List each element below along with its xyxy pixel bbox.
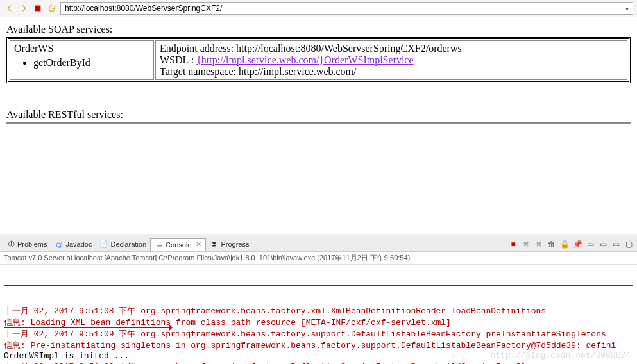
- url-text: http://localhost:8080/WebServserSpringCX…: [65, 4, 222, 13]
- browser-toolbar: http://localhost:8080/WebServserSpringCX…: [0, 0, 637, 17]
- tab-progress[interactable]: ⧗ Progress: [206, 238, 253, 250]
- target-ns-row: Target namespace: http://impl.service.we…: [160, 66, 623, 78]
- console-top-divider: [4, 285, 633, 286]
- console-header: Tomcat v7.0 Server at localhost [Apache …: [0, 252, 637, 265]
- endpoint-value: http://localhost:8080/WebServserSpringCX…: [236, 43, 462, 54]
- tab-problems[interactable]: 🛈 Problems: [3, 238, 51, 250]
- console-line: 十一月 02, 2017 9:51:08 下午 org.springframew…: [4, 305, 633, 317]
- console-icon: ▭: [155, 240, 164, 249]
- stop-button[interactable]: [32, 3, 44, 14]
- console-line: 信息: Pre-instantiating singletons in org.…: [4, 340, 633, 351]
- tab-declaration-label: Declaration: [110, 240, 146, 248]
- bottom-panel: 🛈 Problems @ Javadoc 📄 Declaration ▭ Con…: [0, 236, 637, 364]
- clear-console-button[interactable]: 🗑: [546, 238, 557, 250]
- tab-javadoc-label: Javadoc: [65, 240, 92, 248]
- progress-icon: ⧗: [210, 240, 219, 249]
- console-line: 十一月 02, 2017 9:51:09 下午 apache.cxf.servi…: [4, 361, 633, 364]
- minimize-button[interactable]: ▭: [610, 238, 622, 250]
- javadoc-icon: @: [55, 240, 64, 249]
- views-tab-bar: 🛈 Problems @ Javadoc 📄 Declaration ▭ Con…: [0, 236, 637, 252]
- console-line: 十一月 02, 2017 9:51:09 下午 org.springframew…: [4, 328, 633, 340]
- console-line: OrderWSImpl is inited ...: [4, 351, 633, 361]
- display-console-button[interactable]: ▭: [584, 238, 596, 250]
- tab-javadoc[interactable]: @ Javadoc: [51, 238, 96, 250]
- svg-rect-0: [35, 6, 41, 12]
- problems-icon: 🛈: [6, 240, 15, 249]
- service-cell: OrderWS getOrderById: [10, 40, 154, 80]
- tab-console-label: Console: [166, 241, 191, 249]
- maximize-button[interactable]: ▢: [623, 238, 634, 250]
- tab-declaration[interactable]: 📄 Declaration: [96, 238, 150, 250]
- close-icon[interactable]: ✕: [196, 240, 201, 249]
- forward-button[interactable]: [18, 3, 30, 14]
- target-ns-value: http://impl.service.web.com/: [239, 66, 357, 77]
- console-toolbar: ■ ✖ ✖ 🗑 🔒 📌 ▭ ▭ ▭ ▢: [507, 238, 634, 250]
- url-bar[interactable]: http://localhost:8080/WebServserSpringCX…: [60, 2, 633, 15]
- chevron-down-icon[interactable]: ▾: [625, 5, 629, 12]
- declaration-icon: 📄: [99, 240, 108, 249]
- pin-console-button[interactable]: 📌: [572, 238, 583, 250]
- console-output[interactable]: 十一月 02, 2017 9:51:08 下午 org.springframew…: [0, 265, 637, 364]
- soap-service-table: OrderWS getOrderById Endpoint address: h…: [6, 37, 631, 83]
- wsdl-label: WSDL :: [160, 54, 196, 65]
- scroll-lock-button[interactable]: 🔒: [559, 238, 570, 250]
- endpoint-row: Endpoint address: http://localhost:8080/…: [160, 43, 623, 54]
- open-console-button[interactable]: ▭: [597, 238, 609, 250]
- terminate-button[interactable]: ■: [507, 238, 519, 250]
- remove-launch-button[interactable]: ✖: [520, 238, 532, 250]
- tab-problems-label: Problems: [17, 240, 47, 248]
- endpoint-label: Endpoint address:: [160, 43, 236, 54]
- service-method: getOrderById: [33, 57, 149, 69]
- browser-viewport: Available SOAP services: OrderWS getOrde…: [0, 17, 637, 234]
- rest-heading: Available RESTful services:: [6, 109, 631, 120]
- soap-heading: Available SOAP services:: [6, 24, 631, 35]
- service-name: OrderWS: [14, 43, 149, 54]
- wsdl-row: WSDL : {http://impl.service.web.com/}Ord…: [160, 54, 623, 66]
- wsdl-link[interactable]: {http://impl.service.web.com/}OrderWSImp…: [196, 54, 413, 65]
- rest-divider: [6, 122, 631, 124]
- refresh-button[interactable]: [46, 3, 58, 14]
- tab-console[interactable]: ▭ Console ✕: [150, 238, 206, 251]
- target-ns-label: Target namespace:: [160, 66, 239, 77]
- back-button[interactable]: [4, 3, 15, 14]
- remove-all-button[interactable]: ✖: [533, 238, 545, 250]
- service-details-cell: Endpoint address: http://localhost:8080/…: [155, 40, 627, 80]
- annotation-arrow: [4, 327, 171, 328]
- tab-progress-label: Progress: [221, 240, 249, 248]
